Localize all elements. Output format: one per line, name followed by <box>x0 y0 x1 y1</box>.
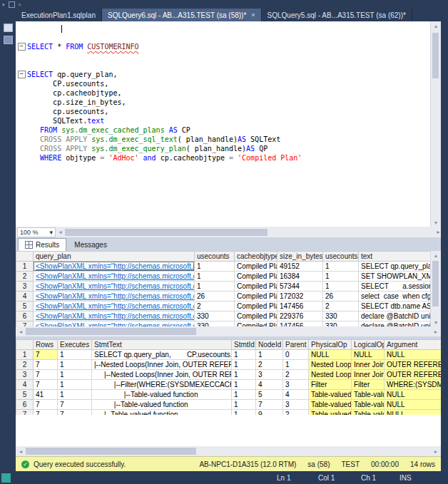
grid-cell[interactable]: Table-valued function <box>352 410 385 416</box>
grid-row-header[interactable]: 5 <box>16 302 34 311</box>
grid-cell[interactable]: 1 <box>195 262 235 272</box>
scroll-left-icon[interactable]: ◄ <box>58 230 63 235</box>
grid-cell[interactable]: 1 <box>232 380 256 390</box>
grid-cell[interactable]: Compiled Plan <box>235 321 278 327</box>
scrollbar-thumb[interactable] <box>26 328 196 335</box>
grid-cell[interactable]: 3 <box>256 370 283 380</box>
code-line[interactable] <box>16 33 430 42</box>
grid-column-header[interactable]: LogicalOp <box>352 340 385 350</box>
grid-column-header[interactable]: Parent <box>283 340 309 350</box>
code-line[interactable]: cp.usecounts, <box>16 107 430 116</box>
grid-cell[interactable]: 49152 <box>278 262 323 272</box>
grid-column-header[interactable]: StmtText <box>92 340 232 350</box>
tab-results[interactable]: Results <box>18 238 66 251</box>
grid-column-header[interactable]: StmtId <box>232 340 256 350</box>
scrollbar-track[interactable] <box>26 446 431 456</box>
grid-cell[interactable]: Compiled Plan <box>235 282 278 292</box>
grid-cell[interactable]: 2 <box>256 360 283 370</box>
grid-cell[interactable]: |--Nested Loops(Inner Join, OUTER REFERE… <box>92 370 232 380</box>
code-line[interactable]: FROM sys.dm_exec_cached_plans AS CP <box>16 125 430 135</box>
grid-cell[interactable]: NULL <box>385 390 442 400</box>
grid-row-header[interactable]: 2 <box>16 272 34 282</box>
scroll-left-icon[interactable]: ◄ <box>16 329 26 334</box>
grid-row-header[interactable]: 4 <box>16 380 34 390</box>
grid-row-header[interactable]: 6 <box>16 400 34 410</box>
grid-cell[interactable]: 1 <box>283 360 309 370</box>
tab-sqlquery5[interactable]: SQLQuery5.sql - AB...A315.TEST (sa (62))… <box>262 9 412 21</box>
insert-mode-indicator[interactable]: INS <box>399 474 412 482</box>
grid-cell[interactable]: Table-valued function <box>309 390 352 400</box>
grid-column-header[interactable]: size_in_bytes <box>278 252 323 262</box>
code-line[interactable] <box>16 24 430 33</box>
grid-cell[interactable]: 172032 <box>278 292 323 302</box>
grid-cell[interactable]: 1 <box>58 360 92 370</box>
grid-cell[interactable]: SELECT a.session_id, a.status, a.start_ <box>359 282 431 292</box>
grid-cell[interactable]: 0 <box>283 350 309 360</box>
grid-row-header[interactable]: 7 <box>16 410 34 416</box>
fold-toggle-icon[interactable]: − <box>16 70 27 79</box>
grid-cell[interactable]: NULL <box>352 350 385 360</box>
showplan-link[interactable]: <ShowPlanXML xmlns="http://schemas.micro… <box>34 292 195 302</box>
code-area[interactable]: −SELECT * FROM CUSTOMERINFO−SELECT qp.qu… <box>16 21 430 227</box>
grid-cell[interactable]: OUTER REFERENCES:(SYSDM <box>385 360 442 370</box>
grid-row-header[interactable]: 1 <box>16 350 34 360</box>
grid-cell[interactable]: NULL <box>385 410 442 416</box>
grid-cell[interactable]: 16384 <box>278 272 323 282</box>
grid-cell[interactable]: 5 <box>256 390 283 400</box>
code-line[interactable]: CP.usecounts, <box>16 79 430 88</box>
grid-cell[interactable]: 1 <box>58 350 92 360</box>
grid-column-header[interactable]: Rows <box>34 340 58 350</box>
grid-row-header[interactable]: 4 <box>16 292 34 302</box>
grid-cell[interactable]: Inner Join <box>352 370 385 380</box>
chevron-down-icon[interactable]: ▾ <box>2 2 5 7</box>
grid-cell[interactable]: 7 <box>34 350 58 360</box>
tool-window-icon[interactable] <box>4 24 13 32</box>
grid-cell[interactable]: 1 <box>232 370 256 380</box>
grid-cell[interactable]: |--Table-valued function <box>92 390 232 400</box>
grid-cell[interactable]: Compiled Plan <box>235 292 278 302</box>
scrollbar-thumb[interactable] <box>432 261 439 307</box>
results-grid-cached-plans[interactable]: query_planusecountscacheobjtypesize_in_b… <box>16 251 430 326</box>
grid-cell[interactable]: |--Filter(WHERE:(SYSDMEXECCACHEDPLANS <box>92 380 232 390</box>
scrollbar-thumb[interactable] <box>26 448 196 455</box>
scroll-right-icon[interactable]: ► <box>436 230 441 235</box>
grid-cell[interactable]: 7 <box>58 410 92 416</box>
showplan-link[interactable]: <ShowPlanXML xmlns="http://schemas.micro… <box>34 272 195 282</box>
grid-row-header[interactable]: 7 <box>16 321 34 327</box>
grid-cell[interactable]: Compiled Plan <box>235 272 278 282</box>
grid-column-header[interactable]: text <box>359 252 431 262</box>
scroll-left-icon[interactable]: ◄ <box>16 449 26 454</box>
grid-column-header[interactable]: PhysicalOp <box>309 340 352 350</box>
grid-cell[interactable]: 2 <box>195 302 235 311</box>
zoom-selector[interactable]: 100 % ▾ <box>17 227 56 237</box>
grid-cell[interactable]: 41 <box>34 390 58 400</box>
grid-cell[interactable]: 26 <box>195 292 235 302</box>
showplan-link[interactable]: <ShowPlanXML xmlns="http://schemas.micro… <box>34 302 195 311</box>
grid-cell[interactable]: |--Table-valued function <box>92 400 232 410</box>
grid-cell[interactable]: 4 <box>256 380 283 390</box>
grid-cell[interactable]: 57344 <box>278 282 323 292</box>
grid-cell[interactable]: 330 <box>195 311 235 321</box>
tab-executionplan1[interactable]: ExecutionPlan1.sqlplan <box>16 9 102 21</box>
results-grid-showplan[interactable]: RowsExecutesStmtTextStmtIdNodeIdParentPh… <box>16 339 441 415</box>
grid-cell[interactable]: NULL <box>309 350 352 360</box>
close-icon[interactable]: × <box>251 11 255 19</box>
grid-cell[interactable]: NULL <box>385 350 442 360</box>
grid-cell[interactable]: 26 <box>323 292 359 302</box>
grid-row-header[interactable]: 3 <box>16 282 34 292</box>
code-line[interactable]: SQLText.text <box>16 116 430 125</box>
grid-cell[interactable]: 330 <box>195 321 235 327</box>
grid-cell[interactable]: 7 <box>34 410 58 416</box>
close-icon[interactable]: × <box>19 2 21 7</box>
grid-cell[interactable]: Filter <box>309 380 352 390</box>
grid-cell[interactable]: 2 <box>323 302 359 311</box>
toolbar-icon[interactable] <box>9 1 15 8</box>
code-line[interactable]: WHERE objtype = 'AdHoc' and cp.cacheobjt… <box>16 153 430 163</box>
grid-cell[interactable]: declare @BatchID uniqueide <box>359 311 431 321</box>
grid-column-header[interactable]: cacheobjtype <box>235 252 278 262</box>
grid-cell[interactable]: SELECT dtb.name AS [Name], dtb.database_… <box>359 302 431 311</box>
tab-sqlquery6[interactable]: SQLQuery6.sql - AB...A315.TEST (sa (58))… <box>102 9 262 21</box>
sql-editor[interactable]: −SELECT * FROM CUSTOMERINFO−SELECT qp.qu… <box>16 21 441 227</box>
grid-cell[interactable]: 9 <box>256 410 283 416</box>
grid-cell[interactable]: 7 <box>34 360 58 370</box>
